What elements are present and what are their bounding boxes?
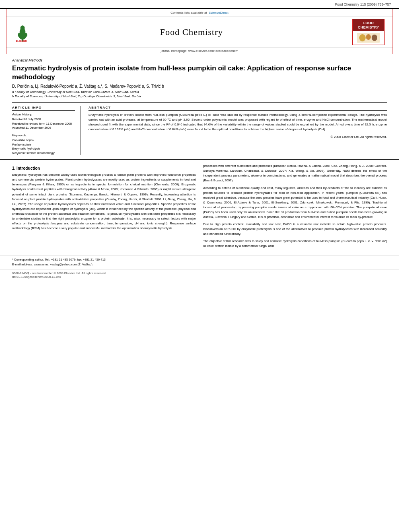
elsevier-logo: ELSEVIER (14, 22, 31, 42)
banner-bottom: journal homepage: www.elsevier.com/locat… (6, 47, 393, 54)
homepage-label: journal homepage: www.elsevier.com/locat… (161, 49, 239, 53)
journal-banner: Contents lists available at ScienceDirec… (6, 9, 393, 54)
body-left-col: 1. Introduction Enzymatic hydrolysis has… (12, 164, 196, 251)
banner-top: Contents lists available at ScienceDirec… (6, 9, 393, 16)
history-label: Article history: (12, 113, 75, 116)
article-title: Enzymatic hydrolysis of protein isolate … (12, 64, 387, 82)
bottom-bar: 0308-8146/$ - see front matter © 2008 El… (0, 269, 399, 281)
keywords-label: Keywords: (12, 134, 75, 137)
logo-chemistry: CHEMISTRY (354, 25, 383, 30)
page-wrapper: Food Chemistry 115 (2009) 753–757 Conten… (0, 0, 399, 532)
authors: D. Peričin a, Lj. Radulović-Popović a, Ž… (12, 84, 387, 88)
body-section: 1. Introduction Enzymatic hydrolysis has… (0, 159, 399, 251)
svg-text:ELSEVIER: ELSEVIER (16, 40, 27, 42)
journal-ref: Food Chemistry 115 (2009) 753–757 (335, 2, 391, 6)
logo-graphic (356, 32, 380, 43)
intro-heading: 1. Introduction (12, 166, 196, 170)
abstract-col: ABSTRACT Enzymatic hydrolysis of protein… (88, 106, 387, 155)
svg-point-10 (372, 35, 377, 41)
food-chem-logo: FOOD CHEMISTRY (352, 19, 385, 45)
article-info-abstract: ARTICLE INFO Article history: Received 8… (12, 102, 387, 155)
logo-food: FOOD (354, 21, 383, 25)
article-section: Analytical Methods Enzymatic hydrolysis … (0, 54, 399, 155)
journal-title: Food Chemistry (31, 27, 352, 37)
keyword-0: Cucurbita pepo L. (12, 138, 75, 142)
intro-para1: Enzymatic hydrolysis has become widely u… (12, 173, 196, 231)
keyword-3: Response surface methodology (12, 151, 75, 155)
abstract-text: Enzymatic hydrolysis of protein isolate … (88, 113, 387, 132)
contents-label: Contents lists available at (171, 11, 207, 14)
article-section-label: Analytical Methods (12, 58, 387, 62)
sciencedirect-link[interactable]: ScienceDirect (209, 11, 228, 14)
svg-point-5 (24, 33, 27, 37)
svg-point-4 (18, 33, 21, 37)
intro-para3: According to criteria of nutritional qua… (203, 186, 387, 220)
svg-point-9 (366, 34, 371, 40)
article-info-col: ARTICLE INFO Article history: Received 8… (12, 106, 80, 155)
svg-point-8 (359, 34, 366, 41)
intro-para4: Due to high protein content, availabilit… (203, 222, 387, 236)
intro-para2: processes with different substrates and … (203, 164, 387, 183)
affiliation-b: b Faculty of Sciences, University of Nov… (12, 94, 387, 98)
copyright-line: © 2008 Elsevier Ltd. All rights reserved… (88, 135, 387, 139)
accepted-date: Accepted 11 December 2008 (12, 126, 75, 129)
intro-para5: The objective of this research was to st… (203, 239, 387, 249)
svg-point-3 (21, 25, 25, 31)
article-info-title: ARTICLE INFO (12, 106, 75, 111)
footnote-email: E-mail address: zauzsanna_vastag@yahoo.c… (12, 262, 387, 267)
footnote-section: * Corresponding author. Tel.: +381 21 48… (0, 255, 399, 267)
body-two-col: 1. Introduction Enzymatic hydrolysis has… (12, 164, 387, 251)
page-header: Food Chemistry 115 (2009) 753–757 (0, 0, 399, 9)
body-right-col: processes with different substrates and … (203, 164, 387, 251)
keyword-2: Enzymatic hydrolysis (12, 147, 75, 150)
banner-middle: ELSEVIER Food Chemistry FOOD CHEMISTRY (6, 16, 393, 47)
issn-line: 0308-8146/$ - see front matter © 2008 El… (12, 271, 387, 275)
footnote-corresponding: * Corresponding author. Tel.: +381 21 48… (12, 257, 387, 262)
revised-date: Received in revised form 11 December 200… (12, 122, 75, 125)
abstract-title: ABSTRACT (88, 106, 387, 111)
elsevier-tree-icon: ELSEVIER (14, 22, 31, 42)
doi-line: doi:10.1016/j.foodchem.2008.12.040 (12, 275, 387, 279)
keyword-1: Protein isolate (12, 143, 75, 146)
affiliation-a: a Faculty of Technology, University of N… (12, 90, 387, 94)
received-date: Received 8 July 2008 (12, 117, 75, 121)
